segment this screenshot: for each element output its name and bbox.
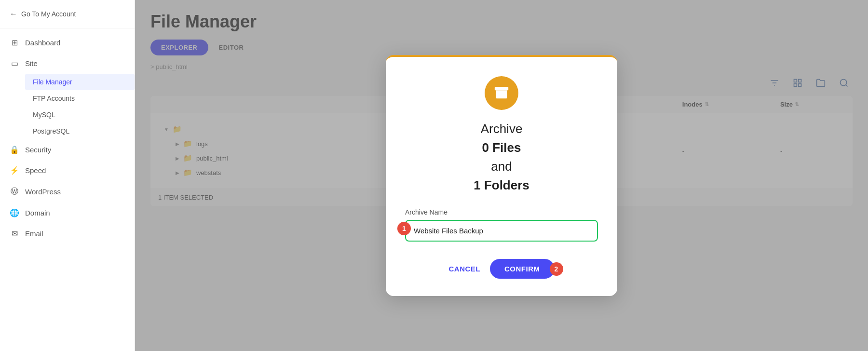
sidebar-item-postgresql[interactable]: PostgreSQL — [25, 123, 135, 139]
modal-title: Archive 0 Files and 1 Folders — [474, 120, 529, 195]
sidebar-sub-label: MySQL — [33, 111, 55, 119]
go-to-account-button[interactable]: ← Go To My Account — [0, 0, 135, 28]
sidebar-item-label: Domain — [25, 209, 50, 217]
sidebar-item-label: Speed — [25, 166, 46, 175]
sidebar-item-ftp-accounts[interactable]: FTP Accounts — [25, 90, 135, 107]
modal-overlay: Archive 0 Files and 1 Folders 1 Archive … — [135, 0, 868, 351]
modal-actions: CANCEL CONFIRM 2 — [449, 259, 555, 279]
sidebar-item-domain[interactable]: 🌐 Domain — [0, 202, 135, 223]
modal-icon-circle — [485, 76, 518, 110]
go-to-account-label: Go To My Account — [21, 10, 76, 18]
sidebar-item-site[interactable]: ▭ Site — [0, 53, 135, 74]
sidebar-item-security[interactable]: 🔒 Security — [0, 139, 135, 160]
archive-name-input[interactable] — [405, 220, 598, 242]
sidebar: ← Go To My Account ⊞ Dashboard ▭ Site Fi… — [0, 0, 135, 351]
svg-rect-6 — [495, 87, 508, 90]
step-2-badge: 2 — [550, 262, 563, 276]
sidebar-item-label: Security — [25, 146, 51, 154]
step-1-badge: 1 — [397, 222, 411, 235]
sidebar-nav: ⊞ Dashboard ▭ Site File Manager FTP Acco… — [0, 28, 135, 351]
archive-icon — [493, 85, 510, 101]
cancel-button[interactable]: CANCEL — [449, 265, 481, 273]
sidebar-item-wordpress[interactable]: Ⓦ WordPress — [0, 181, 135, 202]
confirm-button[interactable]: CONFIRM — [490, 259, 555, 279]
lock-icon: 🔒 — [10, 145, 19, 154]
sidebar-item-mysql[interactable]: MySQL — [25, 107, 135, 123]
sidebar-item-dashboard[interactable]: ⊞ Dashboard — [0, 32, 135, 53]
back-arrow-icon: ← — [10, 10, 17, 18]
sidebar-item-speed[interactable]: ⚡ Speed — [0, 160, 135, 181]
sidebar-sub-label: PostgreSQL — [33, 127, 69, 135]
main-content: File Manager EXPLORER EDITOR > public_ht… — [135, 0, 868, 351]
sidebar-item-label: Site — [25, 59, 38, 68]
sidebar-item-label: Dashboard — [25, 39, 60, 47]
archive-name-label: Archive Name — [405, 208, 598, 216]
grid-icon: ⊞ — [10, 38, 19, 47]
archive-modal: Archive 0 Files and 1 Folders 1 Archive … — [386, 55, 617, 296]
sidebar-item-label: WordPress — [25, 188, 61, 196]
globe-icon: 🌐 — [10, 208, 19, 217]
archive-name-section: 1 Archive Name — [405, 208, 598, 242]
sidebar-sub-label: File Manager — [33, 78, 72, 86]
sidebar-item-label: Email — [25, 230, 43, 238]
wordpress-icon: Ⓦ — [10, 187, 19, 197]
sidebar-sub-label: FTP Accounts — [33, 94, 75, 102]
sidebar-item-file-manager[interactable]: File Manager — [25, 74, 135, 90]
zap-icon: ⚡ — [10, 166, 19, 175]
mail-icon: ✉ — [10, 229, 19, 238]
sidebar-item-email[interactable]: ✉ Email — [0, 223, 135, 244]
monitor-icon: ▭ — [10, 59, 19, 68]
